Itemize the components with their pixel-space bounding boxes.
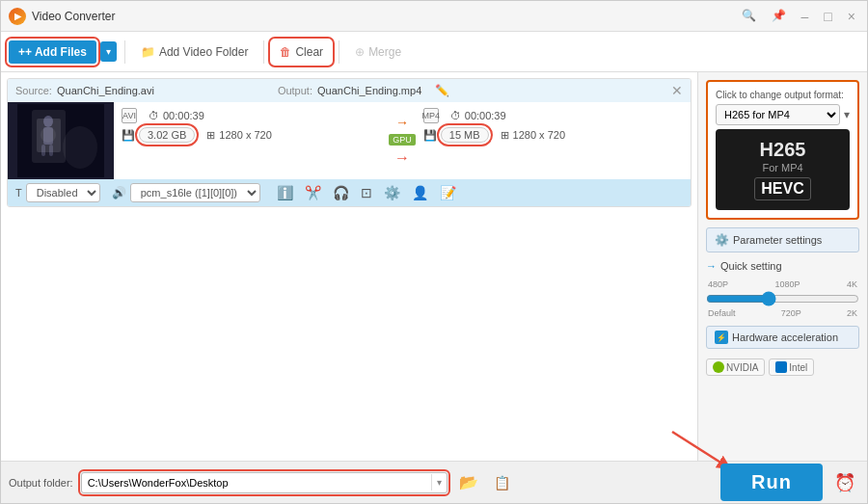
label-1080p: 1080P — [774, 279, 800, 289]
separator3 — [339, 40, 339, 64]
edit-output-icon[interactable]: ✏️ — [435, 84, 449, 97]
intel-badge[interactable]: Intel — [769, 358, 814, 376]
label-720p: 720P — [781, 308, 801, 318]
format-select-row: H265 for MP4 ▾ — [716, 104, 850, 125]
source-size-block: 💾 3.02 GB — [122, 127, 195, 143]
close-file-button[interactable]: ✕ — [671, 83, 683, 98]
clear-button[interactable]: 🗑 Clear — [272, 40, 331, 64]
main-area: Source: QuanChi_Ending.avi Output: QuanC… — [1, 72, 867, 461]
output-format-block: MP4 — [423, 108, 439, 123]
label-default: Default — [708, 308, 736, 318]
output-clock-icon: ⏱ — [450, 110, 461, 121]
run-area: Run — [720, 464, 823, 501]
alarm-icon: ⏰ — [834, 473, 855, 492]
nvidia-badge[interactable]: NVIDIA — [706, 358, 765, 376]
nvidia-icon — [713, 361, 724, 373]
run-button[interactable]: Run — [720, 464, 823, 501]
subtitle-label-t: T — [15, 187, 22, 199]
source-info: AVI ⏱ 00:00:39 💾 3.02 GB — [114, 102, 389, 179]
file-item: Source: QuanChi_Ending.avi Output: QuanC… — [7, 78, 692, 207]
param-settings-button[interactable]: ⚙️ Parameter settings — [706, 227, 859, 252]
gpu-badge: GPU — [389, 134, 416, 146]
pin-icon[interactable]: 📌 — [768, 9, 790, 24]
format-preview[interactable]: H265 For MP4 HEVC — [716, 129, 850, 210]
output-size-badge: 15 MB — [441, 127, 489, 143]
window-controls: 🔍 📌 – □ × — [738, 9, 859, 24]
output-folder-input-wrap: ▾ — [81, 472, 448, 493]
source-format-block: AVI — [122, 108, 137, 123]
file-list: Source: QuanChi_Ending.avi Output: QuanC… — [1, 72, 698, 461]
chevron-down-icon[interactable]: ▾ — [844, 108, 850, 121]
intel-label: Intel — [789, 362, 807, 373]
output-format-row: MP4 ⏱ 00:00:39 — [423, 108, 683, 123]
output-size-row: 💾 15 MB ⊞ 1280 x 720 — [423, 127, 683, 143]
file-item-body: AVI ⏱ 00:00:39 💾 3.02 GB — [8, 102, 691, 179]
alarm-button[interactable]: ⏰ — [830, 468, 859, 497]
source-res-block: ⊞ 1280 x 720 — [206, 129, 271, 142]
add-files-dropdown[interactable]: ▾ — [100, 41, 117, 62]
source-size-badge: 3.02 GB — [139, 127, 195, 143]
svg-rect-7 — [41, 145, 45, 156]
chip-badges: NVIDIA Intel — [706, 357, 859, 378]
source-duration-block: ⏱ 00:00:39 — [149, 110, 204, 121]
watermark-icon[interactable]: 👤 — [407, 183, 433, 202]
subtitle-select[interactable]: Disabled — [26, 183, 100, 202]
intel-icon — [775, 361, 787, 373]
scissors-icon[interactable]: ✂️ — [300, 183, 326, 202]
format-preview-bottom: HEVC — [754, 177, 810, 200]
output-folder-input[interactable] — [82, 473, 431, 492]
search-icon[interactable]: 🔍 — [738, 9, 760, 24]
file-thumbnail — [8, 102, 114, 179]
effects-icon[interactable]: ⚙️ — [379, 183, 405, 202]
headphones-icon[interactable]: 🎧 — [328, 183, 354, 202]
resolution-icon: ⊞ — [206, 129, 215, 142]
output-folder-dropdown[interactable]: ▾ — [431, 474, 447, 491]
hw-accel-button[interactable]: ⚡ Hardware acceleration — [706, 326, 859, 349]
title-bar: ▶ Video Converter 🔍 📌 – □ × — [1, 1, 867, 32]
filesize-icon: 💾 — [122, 129, 135, 142]
output-duration-block: ⏱ 00:00:39 — [450, 110, 506, 121]
right-panel: Click to change output format: H265 for … — [698, 72, 867, 461]
format-click-label: Click to change output format: — [716, 90, 844, 100]
separator — [124, 40, 125, 64]
avi-icon: AVI — [122, 108, 137, 123]
to-arrow: → — [394, 149, 410, 167]
quick-setting-label: Quick setting — [706, 260, 859, 272]
add-files-button[interactable]: + + Add Files — [9, 40, 96, 64]
maximize-button[interactable]: □ — [820, 9, 835, 24]
minimize-button[interactable]: – — [798, 9, 813, 24]
plus-icon: + — [18, 45, 25, 59]
convert-right-arrow: → — [395, 115, 409, 130]
svg-rect-8 — [49, 145, 53, 156]
output-res-icon: ⊞ — [501, 129, 509, 142]
quality-slider-area: 480P 1080P 4K Default 720P 2K — [706, 279, 859, 318]
merge-button[interactable]: ⊕ Merge — [347, 40, 409, 64]
main-window: ▶ Video Converter 🔍 📌 – □ × + + Add File… — [0, 0, 868, 504]
audio-select[interactable]: pcm_s16le ([1][0][0]) — [130, 183, 260, 202]
browse-folder-button[interactable]: 📂 — [455, 469, 482, 495]
add-video-folder-button[interactable]: 📁 Add Video Folder — [133, 40, 257, 64]
svg-line-10 — [672, 432, 725, 465]
bottom-bar: Output folder: ▾ 📂 📋 Run ⏰ — [1, 461, 867, 503]
label-480p: 480P — [708, 279, 728, 289]
label-4k: 4K — [847, 279, 857, 289]
info-icon[interactable]: ℹ️ — [272, 183, 298, 202]
copy-icon: 📋 — [494, 475, 510, 491]
quality-slider[interactable] — [706, 291, 859, 306]
subtitle-edit-icon[interactable]: 📝 — [435, 183, 461, 202]
label-2k: 2K — [847, 308, 857, 318]
format-preview-mid: For MP4 — [731, 162, 834, 173]
folder-icon: 📁 — [141, 45, 155, 59]
param-settings-label: Parameter settings — [733, 234, 822, 246]
copy-path-button[interactable]: 📋 — [490, 471, 514, 494]
format-selector-box: Click to change output format: H265 for … — [706, 80, 859, 220]
hw-accel-label: Hardware acceleration — [732, 332, 838, 343]
svg-rect-6 — [43, 127, 53, 145]
close-button[interactable]: × — [844, 9, 859, 24]
quick-setting-text: Quick setting — [720, 260, 782, 272]
format-select[interactable]: H265 for MP4 — [716, 104, 840, 125]
quality-top-labels: 480P 1080P 4K — [706, 279, 859, 289]
file-item-header: Source: QuanChi_Ending.avi Output: QuanC… — [8, 79, 691, 102]
crop-icon[interactable]: ⊡ — [356, 183, 377, 202]
folder-open-icon: 📂 — [459, 474, 478, 491]
